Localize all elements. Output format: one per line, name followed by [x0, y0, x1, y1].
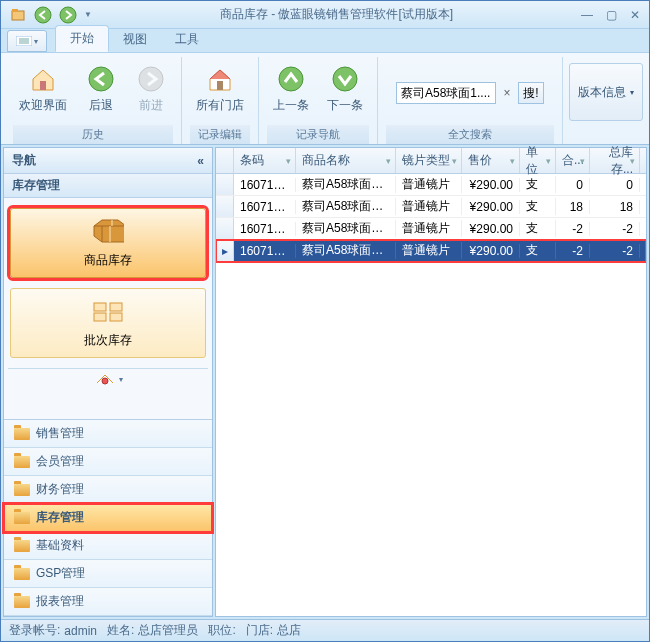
folder-icon [14, 484, 30, 496]
svg-point-3 [60, 7, 76, 23]
qat-back-icon[interactable] [32, 4, 54, 26]
maximize-icon[interactable]: ▢ [603, 7, 619, 23]
nav-body: 商品库存 批次库存 ▾ [4, 198, 212, 419]
version-info-button[interactable]: 版本信息 ▾ [569, 63, 643, 121]
grid-row[interactable]: 160714... 蔡司A58球面1.... 普通镜片 ¥290.00 支 0 … [216, 174, 646, 196]
nav-panel: 导航 « 库存管理 商品库存 批次库存 ▾ 销售管理 会员管理 财务管理 库存管… [3, 147, 213, 617]
forward-icon [135, 63, 167, 95]
nav-collapse-icon[interactable]: « [197, 154, 204, 168]
ribbon-group-search: × 搜! 全文搜索 [378, 57, 563, 144]
row-indicator-current: ▸ [216, 240, 234, 261]
store-icon [204, 63, 236, 95]
nav-card-product-stock[interactable]: 商品库存 [10, 208, 206, 278]
grid-corner [216, 148, 234, 173]
menu-tabs: ▾ 开始 视图 工具 [1, 29, 649, 53]
statusbar: 登录帐号: admin 姓名: 总店管理员 职位: 门店: 总店 [1, 619, 649, 641]
col-total[interactable]: 总库存... [590, 148, 640, 173]
ribbon-group-nav: 上一条 下一条 记录导航 [259, 57, 378, 144]
nav-item-report[interactable]: 报表管理 [4, 588, 212, 616]
row-indicator [216, 174, 234, 195]
svg-rect-11 [217, 81, 223, 90]
grid-row-selected[interactable]: ▸ 160714... 蔡司A58球面1.... 普通镜片 ¥290.00 支 … [216, 240, 646, 262]
tab-view[interactable]: 视图 [109, 27, 161, 52]
grid-icon [92, 298, 124, 326]
col-type[interactable]: 镜片类型 [396, 148, 462, 173]
nav-section-title: 库存管理 [4, 174, 212, 198]
svg-point-2 [35, 7, 51, 23]
grid-row[interactable]: 160714... 蔡司A58球面1.... 普通镜片 ¥290.00 支 -2… [216, 218, 646, 240]
col-unit[interactable]: 单位 [520, 148, 556, 173]
search-button[interactable]: 搜! [518, 82, 544, 104]
welcome-button[interactable]: 欢迎界面 [13, 61, 73, 116]
nav-item-finance[interactable]: 财务管理 [4, 476, 212, 504]
nav-item-basic[interactable]: 基础资料 [4, 532, 212, 560]
grid-header: 条码 商品名称 镜片类型 售价 单位 合... 总库存... [216, 148, 646, 174]
quick-access-toolbar: ▼ [7, 4, 94, 26]
col-code[interactable]: 条码 [234, 148, 296, 173]
nav-item-inventory[interactable]: 库存管理 [4, 504, 212, 532]
svg-rect-1 [12, 9, 18, 12]
close-icon[interactable]: ✕ [627, 7, 643, 23]
back-icon [85, 63, 117, 95]
nav-body-collapse-icon[interactable]: ▾ [8, 368, 208, 390]
nav-item-gsp[interactable]: GSP管理 [4, 560, 212, 588]
col-price[interactable]: 售价 [462, 148, 520, 173]
svg-point-18 [102, 378, 108, 384]
nav-card-batch-stock[interactable]: 批次库存 [10, 288, 206, 358]
row-indicator [216, 196, 234, 217]
nav-item-sales[interactable]: 销售管理 [4, 420, 212, 448]
col-qty[interactable]: 合... [556, 148, 590, 173]
box-icon [92, 218, 124, 246]
up-arrow-icon [275, 63, 307, 95]
col-name[interactable]: 商品名称 [296, 148, 396, 173]
svg-rect-15 [110, 303, 122, 311]
svg-point-10 [139, 67, 163, 91]
folder-icon [14, 596, 30, 608]
svg-rect-16 [94, 313, 106, 321]
home-icon [27, 63, 59, 95]
tab-tools[interactable]: 工具 [161, 27, 213, 52]
nav-list: 销售管理 会员管理 财务管理 库存管理 基础资料 GSP管理 报表管理 [4, 419, 212, 616]
nav-header: 导航 « [4, 148, 212, 174]
svg-point-9 [89, 67, 113, 91]
folder-icon [14, 568, 30, 580]
back-button[interactable]: 后退 [79, 61, 123, 116]
search-input[interactable] [396, 82, 496, 104]
ribbon: 欢迎界面 后退 前进 历史 所有门店 记录编辑 上一条 [1, 53, 649, 145]
forward-button: 前进 [129, 61, 173, 116]
window-title: 商品库存 - 傲蓝眼镜销售管理软件[试用版本] [94, 6, 579, 23]
svg-point-12 [279, 67, 303, 91]
app-menu-icon[interactable] [7, 4, 29, 26]
svg-rect-0 [12, 11, 24, 20]
svg-rect-14 [94, 303, 106, 311]
row-indicator [216, 218, 234, 239]
folder-icon [14, 512, 30, 524]
search-clear-icon[interactable]: × [498, 82, 516, 104]
grid-row[interactable]: 160714... 蔡司A58球面1.... 普通镜片 ¥290.00 支 18… [216, 196, 646, 218]
body: 导航 « 库存管理 商品库存 批次库存 ▾ 销售管理 会员管理 财务管理 库存管… [1, 145, 649, 619]
window-controls: — ▢ ✕ [579, 7, 643, 23]
folder-icon [14, 540, 30, 552]
minimize-icon[interactable]: — [579, 7, 595, 23]
nav-item-member[interactable]: 会员管理 [4, 448, 212, 476]
folder-icon [14, 428, 30, 440]
ribbon-group-history: 欢迎界面 后退 前进 历史 [5, 57, 182, 144]
svg-point-13 [333, 67, 357, 91]
app-button[interactable]: ▾ [7, 30, 47, 52]
tab-start[interactable]: 开始 [55, 25, 109, 52]
grid-body: 160714... 蔡司A58球面1.... 普通镜片 ¥290.00 支 0 … [216, 174, 646, 616]
next-button[interactable]: 下一条 [321, 61, 369, 116]
prev-button[interactable]: 上一条 [267, 61, 315, 116]
down-arrow-icon [329, 63, 361, 95]
ribbon-group-record: 所有门店 记录编辑 [182, 57, 259, 144]
svg-rect-8 [40, 81, 46, 90]
folder-icon [14, 456, 30, 468]
qat-dropdown-icon[interactable]: ▼ [82, 4, 94, 26]
data-grid: 条码 商品名称 镜片类型 售价 单位 合... 总库存... 160714...… [215, 147, 647, 617]
svg-rect-17 [110, 313, 122, 321]
all-stores-button[interactable]: 所有门店 [190, 61, 250, 116]
qat-forward-icon[interactable] [57, 4, 79, 26]
